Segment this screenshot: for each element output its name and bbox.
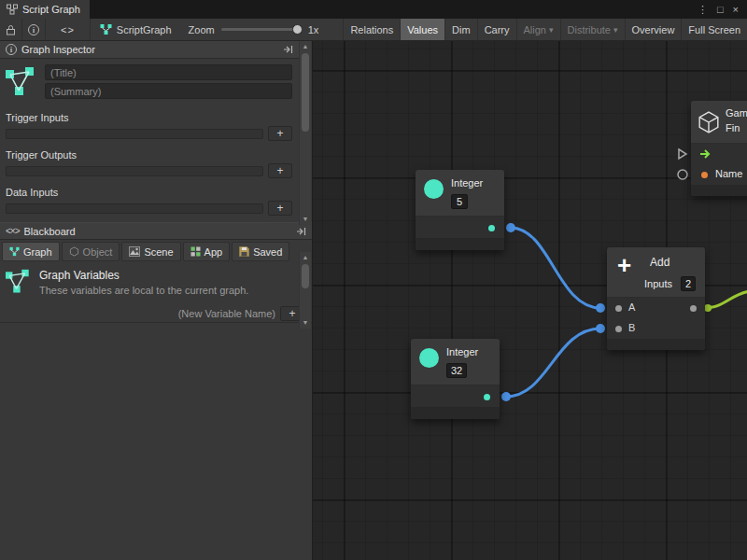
data-inputs-list: + <box>6 201 292 216</box>
graph-icon <box>5 66 38 98</box>
tab-app[interactable]: App <box>183 242 231 261</box>
node-partial[interactable]: Gam Fin Name <box>691 101 747 196</box>
flow-arrow-icon[interactable] <box>699 148 712 160</box>
wire-integer5-to-a[interactable] <box>511 228 600 308</box>
graph-name-label: ScriptGraph <box>117 24 172 35</box>
wire-add-output[interactable] <box>705 291 747 308</box>
integer-value-field[interactable]: 32 <box>446 363 467 378</box>
inputs-count-field[interactable]: 2 <box>681 276 696 291</box>
graph-title-block <box>0 59 312 104</box>
node-ports: Name <box>691 144 747 185</box>
zoom-slider[interactable] <box>221 28 302 31</box>
node-header: + Add Inputs 2 <box>607 247 705 298</box>
blackboard-scrollbar[interactable]: ▲ ▼ <box>299 252 311 329</box>
add-trigger-output-button[interactable]: + <box>268 163 292 178</box>
info-icon: i <box>6 44 17 55</box>
value-port-icon[interactable] <box>678 170 687 179</box>
graph-variables-subtitle: These variables are local to the current… <box>39 285 248 296</box>
window-close-icon[interactable]: × <box>733 5 739 15</box>
port-connected-icon[interactable] <box>704 304 712 312</box>
inputs-label: Inputs <box>644 278 672 289</box>
scrollbar-thumb[interactable] <box>302 53 309 132</box>
node-footer <box>691 185 747 196</box>
graph-inspector-title: Graph Inspector <box>21 44 95 55</box>
new-variable-input[interactable] <box>6 308 275 319</box>
node-header: Integer 32 <box>411 339 500 385</box>
node-add[interactable]: + Add Inputs 2 A B <box>607 247 705 350</box>
values-button[interactable]: Values <box>400 19 444 40</box>
dim-button[interactable]: Dim <box>444 19 477 40</box>
node-footer <box>607 339 705 350</box>
input-port-icon[interactable] <box>615 305 622 312</box>
window-maximize-icon[interactable]: □ <box>717 5 724 15</box>
scrollbar-thumb[interactable] <box>302 264 309 288</box>
scroll-up-icon[interactable]: ▲ <box>300 41 311 52</box>
graph-canvas[interactable]: Integer 5 Integer 32 + Add <box>313 41 747 560</box>
node-integer-32[interactable]: Integer 32 <box>411 339 500 419</box>
input-port-icon[interactable] <box>615 326 622 332</box>
trigger-outputs-label: Trigger Outputs <box>0 141 312 163</box>
port-label: B <box>628 322 635 333</box>
add-data-input-button[interactable]: + <box>268 201 292 216</box>
integer-value-field[interactable]: 5 <box>451 194 468 209</box>
port-connected-icon[interactable] <box>501 392 511 401</box>
port-connected-icon[interactable] <box>596 324 605 333</box>
window-menu-icon[interactable]: ⋮ <box>698 5 708 15</box>
tab-saved[interactable]: Saved <box>232 242 289 261</box>
graph-title-input[interactable] <box>45 64 292 80</box>
zoom-label: Zoom <box>189 24 215 35</box>
name-port-row: Name <box>691 164 747 185</box>
scroll-up-icon[interactable]: ▲ <box>300 252 311 263</box>
trigger-inputs-list: + <box>6 126 292 141</box>
saved-tab-icon <box>239 246 249 257</box>
code-icon: <> <box>61 24 75 35</box>
tab-graph[interactable]: Graph <box>2 242 60 261</box>
distribute-button[interactable]: Distribute▾ <box>560 19 625 40</box>
zoom-value: 1x <box>308 24 319 35</box>
dock-icon[interactable] <box>296 227 306 236</box>
inspector-scrollbar[interactable]: ▲ ▼ <box>299 41 311 225</box>
flow-port-icon[interactable] <box>679 149 686 159</box>
info-icon: i <box>28 24 39 35</box>
string-port-icon[interactable] <box>701 172 708 178</box>
node-integer-5[interactable]: Integer 5 <box>416 170 504 250</box>
lock-button[interactable] <box>0 19 22 40</box>
window-controls: ⋮ □ × <box>698 0 747 19</box>
scroll-down-icon[interactable]: ▼ <box>300 317 311 329</box>
cube-icon <box>698 111 720 133</box>
align-button[interactable]: Align▾ <box>516 19 560 40</box>
zoom-slider-handle[interactable] <box>292 24 303 35</box>
integer-icon <box>424 179 444 199</box>
edit-graph-button[interactable]: <> <box>46 19 91 40</box>
output-port-icon[interactable] <box>690 305 697 312</box>
overview-button[interactable]: Overview <box>625 19 682 40</box>
trigger-inputs-label: Trigger Inputs <box>0 104 312 126</box>
wire-integer32-to-b[interactable] <box>506 329 600 397</box>
carry-button[interactable]: Carry <box>477 19 516 40</box>
node-title: Add <box>650 256 669 269</box>
flow-port-row <box>691 144 747 164</box>
blackboard-tabs: Graph Object Scene <box>2 242 298 261</box>
fullscreen-button[interactable]: Full Screen <box>681 19 747 40</box>
node-footer <box>416 239 504 250</box>
tab-scene[interactable]: Scene <box>121 242 180 261</box>
object-tab-icon <box>69 246 79 257</box>
node-ports <box>411 385 500 408</box>
blackboard-title: Blackboard <box>24 226 76 237</box>
output-port-icon[interactable] <box>484 394 490 400</box>
port-connected-icon[interactable] <box>596 303 605 313</box>
blackboard-header: <×> Blackboard <box>0 222 312 240</box>
node-title-line2: Fin <box>726 122 740 133</box>
port-connected-icon[interactable] <box>506 223 515 232</box>
tab-script-graph[interactable]: Script Graph <box>0 0 90 19</box>
chevron-down-icon: ▾ <box>613 25 618 35</box>
relations-button[interactable]: Relations <box>343 19 400 40</box>
graph-summary-input[interactable] <box>45 83 292 99</box>
inspect-button[interactable]: i <box>22 19 46 40</box>
output-port-icon[interactable] <box>488 225 495 231</box>
tab-object[interactable]: Object <box>62 242 120 261</box>
graph-identity: ScriptGraph <box>91 19 181 40</box>
scroll-down-icon[interactable]: ▼ <box>300 214 311 225</box>
add-trigger-input-button[interactable]: + <box>268 126 292 141</box>
dock-icon[interactable] <box>283 45 293 54</box>
